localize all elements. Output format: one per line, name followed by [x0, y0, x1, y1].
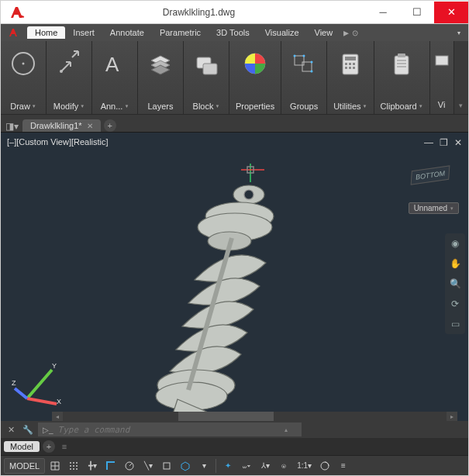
app-logo[interactable] — [5, 2, 27, 23]
panel-label: Draw — [10, 102, 30, 111]
svg-point-56 — [73, 468, 74, 470]
svg-point-51 — [76, 462, 78, 464]
customize-icon[interactable]: 🔧 — [21, 423, 35, 436]
minimize-button[interactable]: ─ — [366, 2, 400, 23]
scale-button[interactable]: 1:1▾ — [294, 458, 315, 474]
tab-parametric[interactable]: Parametric — [152, 26, 209, 39]
document-tab[interactable]: Drawklkling1* ✕ — [22, 119, 101, 132]
tab-home[interactable]: Home — [27, 26, 65, 39]
tab-3dtools[interactable]: 3D Tools — [209, 26, 257, 39]
quick-view-button[interactable]: ◨▾ — [5, 121, 19, 132]
workspace-icon[interactable] — [316, 458, 333, 474]
new-tab-button[interactable]: + — [104, 119, 116, 132]
filter-icon[interactable]: ⩊▾ — [238, 458, 255, 474]
tab-view[interactable]: View — [307, 26, 341, 39]
scrollbar-thumb[interactable] — [178, 412, 274, 421]
grid-icon[interactable] — [47, 458, 64, 474]
panel-view[interactable]: Vi — [430, 41, 454, 114]
group-icon — [288, 47, 320, 80]
panel-layers[interactable]: Layers — [138, 41, 184, 114]
navigation-bar: ◉ ✋ 🔍 ⟳ ▭ — [445, 233, 465, 334]
app-menu-button[interactable] — [4, 26, 22, 40]
gizmo-type-icon[interactable]: ⅄▾ — [257, 458, 274, 474]
model-space-button[interactable]: MODEL — [4, 458, 45, 474]
viewport-minimize-icon[interactable]: — — [424, 137, 433, 148]
tab-insert[interactable]: Insert — [65, 26, 102, 39]
svg-rect-20 — [349, 67, 351, 69]
panel-groups[interactable]: Groups — [281, 41, 327, 114]
maximize-button[interactable]: ☐ — [400, 2, 434, 23]
recent-commands-icon[interactable]: ✕ — [4, 423, 18, 436]
tab-annotate[interactable]: Annotate — [102, 26, 152, 39]
ortho-icon[interactable] — [102, 458, 119, 474]
isodraft-icon[interactable]: ╲▾ — [140, 458, 157, 474]
lineweight-icon[interactable]: ▾ — [195, 458, 212, 474]
scroll-right-icon[interactable]: ▸ — [447, 412, 457, 421]
panel-label: Properties — [236, 102, 274, 111]
svg-point-13 — [311, 71, 313, 73]
svg-line-59 — [129, 463, 133, 466]
model-3d-view[interactable] — [102, 164, 319, 438]
panel-properties[interactable]: Properties — [229, 41, 281, 114]
panel-block[interactable]: Block▼ — [184, 41, 229, 114]
svg-point-49 — [70, 462, 71, 464]
axis-x-label: X — [57, 398, 61, 405]
3dosnap-icon[interactable] — [177, 458, 194, 474]
svg-line-41 — [27, 398, 57, 404]
ribbon-search[interactable]: ▾ — [457, 29, 460, 36]
svg-rect-21 — [353, 67, 355, 69]
full-nav-wheel-icon[interactable]: ◉ — [448, 236, 462, 250]
block-icon — [190, 47, 222, 80]
viewport-label[interactable]: [–][Custom View][Realistic] — [7, 137, 109, 147]
svg-rect-27 — [436, 56, 448, 65]
svg-rect-19 — [345, 67, 347, 69]
pan-icon[interactable]: ✋ — [448, 257, 462, 271]
osnap-icon[interactable] — [158, 458, 175, 474]
panel-utilities[interactable]: Utilities▼ — [327, 41, 374, 114]
new-layout-button[interactable]: + — [43, 440, 55, 453]
viewcube-ucs-name[interactable]: Unnamed▾ — [409, 202, 459, 214]
document-tab-label: Drawklkling1* — [30, 121, 82, 130]
svg-line-42 — [15, 388, 27, 398]
zoom-extents-icon[interactable]: 🔍 — [448, 277, 462, 291]
panel-label: Layers — [147, 102, 173, 111]
horizontal-scrollbar[interactable]: ◂ ▸ — [63, 412, 447, 421]
snap-mode-icon[interactable] — [65, 458, 82, 474]
orbit-icon[interactable]: ⟳ — [448, 297, 462, 311]
palette-icon — [239, 47, 271, 80]
dynamic-input-icon[interactable]: ╋▾ — [84, 458, 101, 474]
gizmo-icon[interactable]: ✦ — [219, 458, 236, 474]
close-button[interactable]: ✕ — [434, 2, 468, 23]
customize-status-icon[interactable]: ≡ — [335, 458, 352, 474]
panel-modify[interactable]: Modify▼ — [47, 41, 92, 114]
text-icon: A — [98, 47, 131, 80]
layout-tab-model[interactable]: Model — [4, 441, 40, 452]
tab-focus-icon[interactable]: ⊙ — [352, 29, 358, 37]
command-input[interactable] — [58, 425, 280, 435]
panel-draw[interactable]: Draw▼ — [1, 41, 47, 114]
svg-point-55 — [70, 468, 71, 470]
svg-point-3 — [60, 70, 63, 73]
command-input-wrap[interactable]: ▷_ ▴ — [38, 423, 302, 436]
panel-label: Modify — [53, 102, 78, 111]
viewcube[interactable]: BOTTOM — [410, 165, 450, 185]
svg-point-12 — [311, 61, 313, 64]
panel-annotation[interactable]: A Ann...▼ — [92, 41, 138, 114]
panel-clipboard[interactable]: Clipboard▼ — [374, 41, 430, 114]
close-tab-icon[interactable]: ✕ — [87, 122, 93, 130]
svg-point-29 — [244, 190, 253, 199]
annotation-scale-icon[interactable]: ⍟ — [275, 458, 292, 474]
viewport-maximize-icon[interactable]: ❐ — [440, 137, 448, 148]
command-dropdown-icon[interactable]: ▴ — [285, 426, 297, 433]
showmotion-icon[interactable]: ▭ — [448, 317, 462, 331]
ucs-icon[interactable]: Y X Z — [12, 356, 66, 410]
panel-label: Block — [193, 102, 214, 111]
tab-visualize[interactable]: Visualize — [257, 26, 307, 39]
scroll-left-icon[interactable]: ◂ — [52, 412, 63, 421]
ribbon-expand-button[interactable]: ▾ — [454, 41, 468, 114]
viewport-close-icon[interactable]: ✕ — [454, 137, 462, 148]
polar-icon[interactable] — [121, 458, 138, 474]
layout-list-button[interactable]: ≡ — [58, 440, 71, 453]
tab-scroll-right-icon[interactable]: ▸ — [343, 26, 349, 39]
svg-point-53 — [73, 465, 74, 467]
